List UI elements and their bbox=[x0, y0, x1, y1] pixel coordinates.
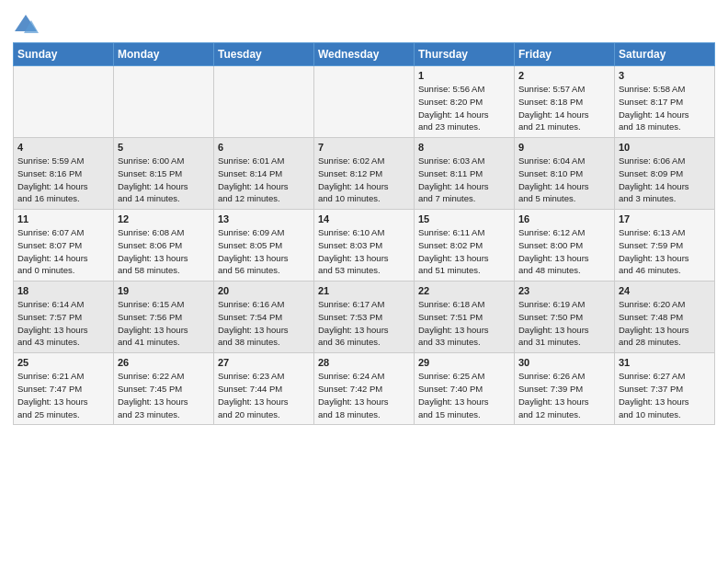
calendar-cell: 11Sunrise: 6:07 AM Sunset: 8:07 PM Dayli… bbox=[14, 210, 114, 282]
calendar-week-4: 18Sunrise: 6:14 AM Sunset: 7:57 PM Dayli… bbox=[14, 282, 715, 353]
day-number: 12 bbox=[118, 213, 210, 224]
day-number: 23 bbox=[518, 285, 610, 296]
day-number: 2 bbox=[518, 70, 610, 81]
calendar-cell: 3Sunrise: 5:58 AM Sunset: 8:17 PM Daylig… bbox=[615, 66, 715, 138]
day-info: Sunrise: 5:59 AM Sunset: 8:16 PM Dayligh… bbox=[17, 155, 109, 205]
header bbox=[13, 9, 715, 39]
day-number: 7 bbox=[318, 142, 410, 153]
day-number: 8 bbox=[418, 142, 510, 153]
day-number: 4 bbox=[17, 142, 109, 153]
day-info: Sunrise: 6:03 AM Sunset: 8:11 PM Dayligh… bbox=[418, 155, 510, 205]
day-info: Sunrise: 6:22 AM Sunset: 7:45 PM Dayligh… bbox=[118, 370, 210, 420]
calendar-cell: 12Sunrise: 6:08 AM Sunset: 8:06 PM Dayli… bbox=[114, 210, 214, 282]
day-number: 22 bbox=[418, 285, 510, 296]
day-header-monday: Monday bbox=[114, 43, 214, 66]
day-number: 26 bbox=[118, 357, 210, 368]
day-number: 3 bbox=[619, 70, 711, 81]
day-info: Sunrise: 6:18 AM Sunset: 7:51 PM Dayligh… bbox=[418, 298, 510, 349]
day-number: 19 bbox=[118, 285, 210, 296]
calendar-cell: 4Sunrise: 5:59 AM Sunset: 8:16 PM Daylig… bbox=[14, 138, 114, 210]
calendar-cell: 29Sunrise: 6:25 AM Sunset: 7:40 PM Dayli… bbox=[415, 353, 515, 425]
calendar-cell bbox=[314, 66, 415, 138]
calendar-cell bbox=[214, 66, 314, 138]
calendar-cell: 2Sunrise: 5:57 AM Sunset: 8:18 PM Daylig… bbox=[515, 66, 615, 138]
day-info: Sunrise: 5:57 AM Sunset: 8:18 PM Dayligh… bbox=[518, 83, 610, 133]
calendar-cell bbox=[114, 66, 214, 138]
day-header-thursday: Thursday bbox=[415, 43, 515, 66]
day-number: 15 bbox=[418, 213, 510, 224]
logo bbox=[13, 13, 42, 39]
day-info: Sunrise: 6:04 AM Sunset: 8:10 PM Dayligh… bbox=[518, 155, 610, 205]
day-info: Sunrise: 6:06 AM Sunset: 8:09 PM Dayligh… bbox=[619, 155, 711, 205]
day-info: Sunrise: 6:21 AM Sunset: 7:47 PM Dayligh… bbox=[17, 370, 109, 420]
calendar-cell: 25Sunrise: 6:21 AM Sunset: 7:47 PM Dayli… bbox=[14, 353, 114, 425]
calendar-cell bbox=[14, 66, 114, 138]
calendar-cell: 13Sunrise: 6:09 AM Sunset: 8:05 PM Dayli… bbox=[214, 210, 314, 282]
calendar-cell: 8Sunrise: 6:03 AM Sunset: 8:11 PM Daylig… bbox=[415, 138, 515, 210]
calendar-cell: 28Sunrise: 6:24 AM Sunset: 7:42 PM Dayli… bbox=[314, 353, 415, 425]
day-info: Sunrise: 6:26 AM Sunset: 7:39 PM Dayligh… bbox=[518, 370, 610, 420]
day-info: Sunrise: 6:14 AM Sunset: 7:57 PM Dayligh… bbox=[17, 298, 109, 349]
day-info: Sunrise: 6:16 AM Sunset: 7:54 PM Dayligh… bbox=[218, 298, 310, 349]
day-number: 18 bbox=[17, 285, 109, 296]
day-number: 16 bbox=[518, 213, 610, 224]
calendar-cell: 7Sunrise: 6:02 AM Sunset: 8:12 PM Daylig… bbox=[314, 138, 415, 210]
day-number: 29 bbox=[418, 357, 510, 368]
day-number: 10 bbox=[619, 142, 711, 153]
calendar-cell: 10Sunrise: 6:06 AM Sunset: 8:09 PM Dayli… bbox=[615, 138, 715, 210]
day-number: 1 bbox=[418, 70, 510, 81]
day-info: Sunrise: 6:17 AM Sunset: 7:53 PM Dayligh… bbox=[318, 298, 410, 349]
day-info: Sunrise: 6:08 AM Sunset: 8:06 PM Dayligh… bbox=[118, 226, 210, 277]
day-number: 25 bbox=[17, 357, 109, 368]
calendar-cell: 9Sunrise: 6:04 AM Sunset: 8:10 PM Daylig… bbox=[515, 138, 615, 210]
logo-icon bbox=[13, 13, 39, 39]
day-number: 28 bbox=[318, 357, 410, 368]
calendar-body: 1Sunrise: 5:56 AM Sunset: 8:20 PM Daylig… bbox=[14, 66, 715, 425]
day-info: Sunrise: 6:13 AM Sunset: 7:59 PM Dayligh… bbox=[619, 226, 711, 277]
day-info: Sunrise: 6:23 AM Sunset: 7:44 PM Dayligh… bbox=[218, 370, 310, 420]
day-info: Sunrise: 5:56 AM Sunset: 8:20 PM Dayligh… bbox=[418, 83, 510, 133]
calendar-cell: 27Sunrise: 6:23 AM Sunset: 7:44 PM Dayli… bbox=[214, 353, 314, 425]
day-info: Sunrise: 6:02 AM Sunset: 8:12 PM Dayligh… bbox=[318, 155, 410, 205]
calendar-cell: 31Sunrise: 6:27 AM Sunset: 7:37 PM Dayli… bbox=[615, 353, 715, 425]
calendar-header: SundayMondayTuesdayWednesdayThursdayFrid… bbox=[14, 43, 715, 66]
day-header-saturday: Saturday bbox=[615, 43, 715, 66]
calendar-week-2: 4Sunrise: 5:59 AM Sunset: 8:16 PM Daylig… bbox=[14, 138, 715, 210]
calendar-cell: 16Sunrise: 6:12 AM Sunset: 8:00 PM Dayli… bbox=[515, 210, 615, 282]
day-info: Sunrise: 6:10 AM Sunset: 8:03 PM Dayligh… bbox=[318, 226, 410, 277]
day-number: 31 bbox=[619, 357, 711, 368]
calendar-cell: 17Sunrise: 6:13 AM Sunset: 7:59 PM Dayli… bbox=[615, 210, 715, 282]
calendar-table: SundayMondayTuesdayWednesdayThursdayFrid… bbox=[13, 42, 715, 425]
calendar-week-5: 25Sunrise: 6:21 AM Sunset: 7:47 PM Dayli… bbox=[14, 353, 715, 425]
day-number: 11 bbox=[17, 213, 109, 224]
day-number: 13 bbox=[218, 213, 310, 224]
page-container: SundayMondayTuesdayWednesdayThursdayFrid… bbox=[0, 0, 728, 432]
calendar-cell: 22Sunrise: 6:18 AM Sunset: 7:51 PM Dayli… bbox=[415, 282, 515, 353]
day-info: Sunrise: 5:58 AM Sunset: 8:17 PM Dayligh… bbox=[619, 83, 711, 133]
calendar-cell: 5Sunrise: 6:00 AM Sunset: 8:15 PM Daylig… bbox=[114, 138, 214, 210]
calendar-cell: 1Sunrise: 5:56 AM Sunset: 8:20 PM Daylig… bbox=[415, 66, 515, 138]
calendar-cell: 24Sunrise: 6:20 AM Sunset: 7:48 PM Dayli… bbox=[615, 282, 715, 353]
calendar-cell: 15Sunrise: 6:11 AM Sunset: 8:02 PM Dayli… bbox=[415, 210, 515, 282]
calendar-cell: 19Sunrise: 6:15 AM Sunset: 7:56 PM Dayli… bbox=[114, 282, 214, 353]
day-number: 30 bbox=[518, 357, 610, 368]
day-info: Sunrise: 6:20 AM Sunset: 7:48 PM Dayligh… bbox=[619, 298, 711, 349]
day-info: Sunrise: 6:25 AM Sunset: 7:40 PM Dayligh… bbox=[418, 370, 510, 420]
day-number: 24 bbox=[619, 285, 711, 296]
calendar-week-1: 1Sunrise: 5:56 AM Sunset: 8:20 PM Daylig… bbox=[14, 66, 715, 138]
day-info: Sunrise: 6:00 AM Sunset: 8:15 PM Dayligh… bbox=[118, 155, 210, 205]
day-header-wednesday: Wednesday bbox=[314, 43, 415, 66]
day-header-tuesday: Tuesday bbox=[214, 43, 314, 66]
day-info: Sunrise: 6:09 AM Sunset: 8:05 PM Dayligh… bbox=[218, 226, 310, 277]
day-number: 6 bbox=[218, 142, 310, 153]
day-info: Sunrise: 6:15 AM Sunset: 7:56 PM Dayligh… bbox=[118, 298, 210, 349]
calendar-week-3: 11Sunrise: 6:07 AM Sunset: 8:07 PM Dayli… bbox=[14, 210, 715, 282]
day-number: 5 bbox=[118, 142, 210, 153]
day-header-friday: Friday bbox=[515, 43, 615, 66]
calendar-cell: 6Sunrise: 6:01 AM Sunset: 8:14 PM Daylig… bbox=[214, 138, 314, 210]
calendar-cell: 14Sunrise: 6:10 AM Sunset: 8:03 PM Dayli… bbox=[314, 210, 415, 282]
day-info: Sunrise: 6:01 AM Sunset: 8:14 PM Dayligh… bbox=[218, 155, 310, 205]
calendar-cell: 18Sunrise: 6:14 AM Sunset: 7:57 PM Dayli… bbox=[14, 282, 114, 353]
calendar-cell: 26Sunrise: 6:22 AM Sunset: 7:45 PM Dayli… bbox=[114, 353, 214, 425]
day-info: Sunrise: 6:07 AM Sunset: 8:07 PM Dayligh… bbox=[17, 226, 109, 277]
